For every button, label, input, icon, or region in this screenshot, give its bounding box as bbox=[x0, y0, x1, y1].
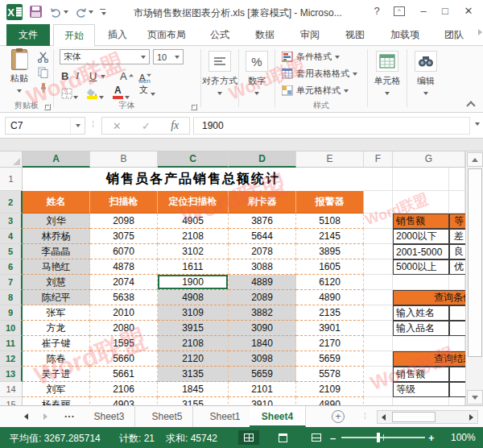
cell-D9[interactable]: 3882 bbox=[229, 305, 296, 321]
paste-dropdown-icon[interactable] bbox=[17, 89, 22, 93]
cut-button[interactable] bbox=[37, 52, 51, 64]
cell-G15[interactable] bbox=[393, 397, 449, 405]
cell-C11[interactable]: 2108 bbox=[158, 336, 229, 351]
cell-D5[interactable]: 2078 bbox=[229, 244, 296, 259]
cell-E11[interactable]: 2170 bbox=[296, 336, 364, 351]
row-header-7[interactable]: 7 bbox=[0, 275, 23, 290]
cell-B9[interactable]: 2010 bbox=[90, 305, 158, 321]
cell-A4[interactable]: 林乔杨 bbox=[23, 229, 90, 244]
copy-button[interactable] bbox=[37, 67, 51, 80]
cell-E2[interactable]: 报警器 bbox=[296, 191, 364, 214]
row-header-3[interactable]: 3 bbox=[0, 214, 23, 229]
cell-D14[interactable]: 2101 bbox=[229, 382, 296, 397]
cell-H13[interactable] bbox=[449, 367, 465, 382]
cell-B12[interactable]: 5660 bbox=[90, 351, 158, 367]
hscroll-left-icon[interactable] bbox=[382, 414, 386, 421]
cell-E9[interactable]: 2135 bbox=[296, 305, 364, 321]
close-button[interactable]: ✕ bbox=[459, 3, 478, 19]
fill-color-dropdown-icon[interactable] bbox=[99, 96, 104, 99]
cell-C7[interactable]: 1900 bbox=[158, 275, 229, 290]
cell-H14[interactable] bbox=[449, 382, 465, 397]
row-header-15[interactable]: 15 bbox=[0, 397, 23, 405]
cell-G11[interactable] bbox=[393, 336, 449, 351]
sheet-tab-Sheet4[interactable]: Sheet4 bbox=[250, 406, 306, 427]
cell-C9[interactable]: 3109 bbox=[158, 305, 229, 321]
zoom-out-button[interactable]: – bbox=[330, 432, 336, 444]
formula-bar-divider[interactable]: ⁞ bbox=[92, 119, 95, 129]
cell-D3[interactable]: 3876 bbox=[229, 214, 296, 229]
formula-input[interactable]: 1900 bbox=[193, 117, 470, 135]
insert-function-icon[interactable]: fx bbox=[171, 119, 179, 132]
cell-C14[interactable]: 1845 bbox=[158, 382, 229, 397]
cell-B6[interactable]: 4878 bbox=[90, 259, 158, 275]
cell-A10[interactable]: 方龙 bbox=[23, 321, 90, 336]
new-sheet-button[interactable]: + bbox=[332, 410, 345, 423]
scroll-up-icon[interactable] bbox=[467, 152, 483, 167]
font-name-select[interactable]: 宋体 bbox=[60, 49, 150, 64]
ribbon-tab-视图[interactable]: 视图 bbox=[336, 24, 374, 46]
excel-app-icon[interactable]: X bbox=[6, 4, 23, 20]
cell-H3[interactable]: 等 bbox=[449, 214, 465, 229]
row-header-6[interactable]: 6 bbox=[0, 259, 23, 275]
cell-H4[interactable]: 差 bbox=[449, 229, 465, 244]
fill-color-button[interactable] bbox=[87, 85, 104, 99]
page-break-view-button[interactable] bbox=[306, 430, 327, 445]
formula-bar-expand-icon[interactable] bbox=[475, 122, 480, 126]
cell-B2[interactable]: 扫描枪 bbox=[90, 191, 158, 214]
cell-H5[interactable]: 良 bbox=[449, 244, 465, 259]
cell-C6[interactable]: 1611 bbox=[158, 259, 229, 275]
cell-F4[interactable] bbox=[364, 229, 393, 244]
row-header-5[interactable]: 5 bbox=[0, 244, 23, 259]
italic-button[interactable]: I bbox=[76, 68, 79, 82]
row-header-8[interactable]: 8 bbox=[0, 290, 23, 305]
cell-B15[interactable]: 4903 bbox=[90, 397, 158, 405]
zoom-in-button[interactable]: + bbox=[428, 432, 435, 444]
cell-E6[interactable]: 1605 bbox=[296, 259, 364, 275]
cell-G2[interactable] bbox=[393, 191, 449, 214]
ribbon-tab-团队[interactable]: 团队 bbox=[435, 24, 473, 46]
cell-E7[interactable]: 6120 bbox=[296, 275, 364, 290]
cell-E12[interactable]: 5659 bbox=[296, 351, 364, 367]
cell-A9[interactable]: 张军 bbox=[23, 305, 90, 321]
cell-F3[interactable] bbox=[364, 214, 393, 229]
bold-button[interactable]: B bbox=[61, 68, 68, 82]
cell-F11[interactable] bbox=[364, 336, 393, 351]
cell-H15[interactable] bbox=[449, 397, 465, 405]
cell-H7[interactable] bbox=[449, 275, 465, 290]
column-header-B[interactable]: B bbox=[90, 151, 158, 168]
column-header-E[interactable]: E bbox=[296, 151, 364, 168]
cell-D2[interactable]: 刷卡器 bbox=[229, 191, 296, 214]
row-header-9[interactable]: 9 bbox=[0, 305, 23, 321]
zoom-slider-thumb[interactable] bbox=[377, 433, 380, 442]
collapse-ribbon-icon[interactable] bbox=[465, 101, 477, 109]
ribbon-tab-审阅[interactable]: 审阅 bbox=[291, 24, 328, 46]
cell-D11[interactable]: 1840 bbox=[229, 336, 296, 351]
cell-A7[interactable]: 刘慧 bbox=[23, 275, 90, 290]
borders-button[interactable] bbox=[61, 85, 78, 99]
help-button[interactable]: ? bbox=[367, 3, 386, 19]
maximize-button[interactable]: □ bbox=[436, 3, 455, 19]
phonetic-dropdown-icon[interactable] bbox=[151, 93, 155, 96]
cell-C3[interactable]: 4905 bbox=[158, 214, 229, 229]
cell-C10[interactable]: 3915 bbox=[158, 321, 229, 336]
ribbon-tab-加载项[interactable]: 加载项 bbox=[380, 24, 430, 46]
column-header-G[interactable]: G bbox=[393, 151, 465, 168]
cell-G9[interactable]: 输入姓名 bbox=[393, 305, 449, 321]
cell-F13[interactable] bbox=[364, 367, 393, 382]
page-layout-view-button[interactable] bbox=[272, 430, 293, 445]
cell-A3[interactable]: 刘华 bbox=[23, 214, 90, 229]
format-painter-button[interactable] bbox=[37, 82, 51, 95]
underline-button[interactable]: U bbox=[89, 68, 97, 82]
row-header-14[interactable]: 14 bbox=[0, 382, 23, 397]
cell-D6[interactable]: 3088 bbox=[229, 259, 296, 275]
sheet-nav-right-icon[interactable] bbox=[43, 413, 47, 420]
cell-F9[interactable] bbox=[364, 305, 393, 321]
column-header-A[interactable]: A bbox=[23, 151, 90, 168]
cell-F7[interactable] bbox=[364, 275, 393, 290]
ribbon-group-number[interactable]: % 数字 bbox=[239, 46, 275, 113]
save-icon[interactable] bbox=[30, 6, 42, 18]
ribbon-tab-页面布局[interactable]: 页面布局 bbox=[138, 24, 195, 46]
cell-A13[interactable]: 吴子进 bbox=[23, 367, 90, 382]
cell-G5[interactable]: 2001-5000 bbox=[393, 244, 449, 259]
cell-B7[interactable]: 2074 bbox=[90, 275, 158, 290]
